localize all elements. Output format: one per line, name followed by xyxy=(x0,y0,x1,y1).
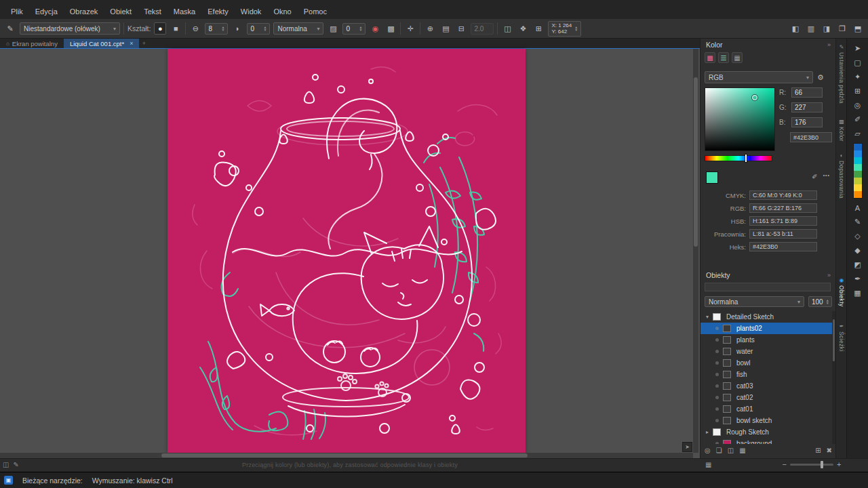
layer-row-plants[interactable]: plants xyxy=(701,334,836,346)
visibility-icon[interactable] xyxy=(715,384,719,388)
palette-view-icon[interactable]: ▦ xyxy=(732,52,743,63)
flyout-icon[interactable]: » xyxy=(827,272,831,279)
mask-icon[interactable]: ▦ xyxy=(739,447,745,454)
r-field[interactable]: 66 xyxy=(791,87,823,98)
magic-wand-tool[interactable]: ✦ xyxy=(850,70,865,84)
horizontal-scrollbar[interactable] xyxy=(0,453,693,458)
text-tool[interactable]: A xyxy=(850,201,865,215)
hue-marker[interactable] xyxy=(745,155,747,162)
merge-mode-select[interactable]: Normalna ▾ xyxy=(273,22,323,35)
delete-icon[interactable]: ✖ xyxy=(827,447,832,454)
visibility-icon[interactable] xyxy=(715,396,719,399)
layer-row-cat01[interactable]: cat01 xyxy=(701,403,836,415)
cursor-position-box[interactable]: X: 1 264 Y: 642 ▲▼ xyxy=(548,21,581,37)
dock-a-icon[interactable]: ⊕ xyxy=(424,22,436,35)
palette-swatch[interactable] xyxy=(854,144,862,150)
opacity-field[interactable]: 100 ▲▼ xyxy=(808,296,832,307)
canvas-area[interactable]: ➤ xyxy=(0,49,700,458)
vertical-scrollbar[interactable] xyxy=(693,49,698,453)
spinner-icon[interactable]: ▲▼ xyxy=(356,26,362,31)
ellipsis-icon[interactable]: ••• xyxy=(823,173,830,180)
toggle-left-dock-icon[interactable]: ◧ xyxy=(789,22,802,35)
watercolor-icon[interactable]: ◉ xyxy=(369,22,381,35)
zoom-out-button[interactable]: − xyxy=(782,460,786,468)
shape-tool[interactable]: ◇ xyxy=(850,229,865,243)
lens-icon[interactable]: ◎ xyxy=(705,447,711,454)
rgb-value[interactable]: R:66 G:227 B:176 xyxy=(749,203,817,213)
color-picker-field[interactable] xyxy=(705,87,775,151)
tab-liquid-cat-document[interactable]: Liquid Cat 001.cpt* × xyxy=(64,39,140,48)
tab-welcome-screen[interactable]: ⌂ Ekran powitalny xyxy=(0,39,64,48)
toggle-right-dock-icon[interactable]: ◨ xyxy=(821,22,833,35)
eyedropper-tool[interactable]: ✐ xyxy=(850,113,865,127)
round-nib-button[interactable]: ● xyxy=(154,22,166,35)
eraser-tool[interactable]: ▱ xyxy=(850,127,865,141)
layer-thumbnail[interactable] xyxy=(723,405,731,413)
artwork[interactable] xyxy=(167,49,526,453)
cmyk-value[interactable]: C:60 M:0 Y:49 K:0 xyxy=(749,190,817,200)
layer-thumbnail[interactable] xyxy=(723,382,731,390)
layer-row-rough-sketch[interactable]: ▸ Rough Sketch xyxy=(701,426,836,438)
flyout-icon[interactable]: » xyxy=(827,41,831,48)
zoom-track[interactable] xyxy=(790,464,833,466)
dock-b-icon[interactable]: ▤ xyxy=(439,22,452,35)
layer-row-bowl[interactable]: bowl xyxy=(701,357,836,369)
pattern-icon[interactable]: ▩ xyxy=(384,22,397,35)
close-icon[interactable]: × xyxy=(130,40,133,47)
visibility-icon[interactable] xyxy=(715,419,719,422)
grid-icon[interactable]: ⊞ xyxy=(532,22,545,35)
zoom-slider[interactable]: − + xyxy=(782,460,841,468)
expand-icon[interactable]: ▾ xyxy=(706,314,713,320)
scrollbar-thumb[interactable] xyxy=(694,77,698,247)
layer-thumbnail[interactable] xyxy=(723,371,731,378)
expand-icon[interactable]: ▸ xyxy=(706,429,713,435)
layer-row-fish[interactable]: fish xyxy=(701,369,836,380)
fill-tool[interactable]: ◆ xyxy=(850,243,865,258)
zoom-thumb[interactable] xyxy=(821,461,823,468)
color-model-select[interactable]: RGB ▾ xyxy=(705,71,813,83)
menu-pomoc[interactable]: Pomoc xyxy=(298,6,332,17)
layer-thumbnail[interactable] xyxy=(723,336,731,344)
hex-readout-value[interactable]: #42E3B0 xyxy=(749,242,817,251)
menu-plik[interactable]: Plik xyxy=(5,6,28,17)
layer-row-water[interactable]: water xyxy=(701,346,836,357)
window-icon[interactable]: ❐ xyxy=(836,22,848,35)
new-object-icon[interactable]: ⊞ xyxy=(815,447,821,454)
mesh-tool[interactable]: ▦ xyxy=(850,286,865,300)
spinner-icon[interactable]: ▲▼ xyxy=(823,299,829,304)
eyedropper-icon[interactable]: ✐ xyxy=(812,173,817,180)
transparency-field[interactable]: 0 ▲▼ xyxy=(247,23,270,35)
object-name-field[interactable] xyxy=(705,283,831,291)
color-picker-marker[interactable] xyxy=(752,95,757,100)
mask-rectangle-tool[interactable]: ▢ xyxy=(850,56,865,70)
docker-tab-color[interactable]: ▩ Kolor xyxy=(836,119,847,142)
layer-row-detailed-sketch[interactable]: ▾ Detailed Sketch xyxy=(701,311,836,323)
lab-value[interactable]: L:81 a:-53 b:11 xyxy=(749,229,817,239)
menu-efekty[interactable]: Efekty xyxy=(202,6,234,17)
pencil-icon[interactable]: ✎ xyxy=(4,22,16,35)
layer-row-cat03[interactable]: cat03 xyxy=(701,380,836,392)
visibility-icon[interactable] xyxy=(715,338,719,342)
square-nib-button[interactable]: ■ xyxy=(170,22,182,35)
visibility-icon[interactable] xyxy=(715,327,719,330)
visibility-icon[interactable] xyxy=(715,350,719,353)
slider-view-icon[interactable]: ☰ xyxy=(718,52,729,63)
feather-field[interactable]: 0 ▲▼ xyxy=(342,23,366,35)
docker-tab-objects[interactable]: ◉ Obiekty xyxy=(836,277,847,307)
layer-row-background[interactable]: background xyxy=(701,438,836,444)
pick-tool[interactable]: ➤ xyxy=(850,41,865,56)
layer-row-bowl-sketch[interactable]: bowl sketch xyxy=(701,415,836,426)
spinner-icon[interactable]: ▲▼ xyxy=(260,26,267,31)
spinner-icon[interactable]: ▲▼ xyxy=(218,26,224,31)
path-tool[interactable]: ✒ xyxy=(850,272,865,286)
palette-swatch[interactable] xyxy=(854,157,862,164)
scrollbar-thumb[interactable] xyxy=(161,453,528,458)
hex-field[interactable]: #42E3B0 xyxy=(790,132,832,142)
docker-tab-adjustments[interactable]: ◐ Dopasowania xyxy=(836,152,847,199)
current-color-swatch[interactable] xyxy=(706,171,718,184)
new-group-icon[interactable]: ❏ xyxy=(716,447,722,454)
palette-swatch[interactable] xyxy=(854,191,862,198)
duplicate-icon[interactable]: ◫ xyxy=(728,447,734,454)
layer-thumbnail[interactable] xyxy=(723,417,731,424)
fullscreen-icon[interactable]: ⬒ xyxy=(852,22,864,35)
